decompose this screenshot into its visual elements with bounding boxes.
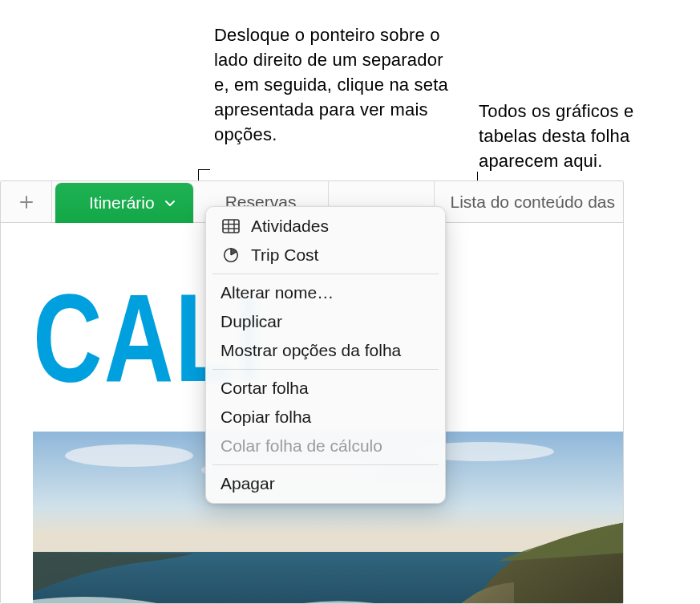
sheet-contents-list-label: Lista do conteúdo das bbox=[451, 193, 616, 212]
menu-item-label: Atividades bbox=[251, 217, 329, 236]
plus-icon bbox=[19, 195, 34, 209]
menu-item[interactable]: Mostrar opções da folha bbox=[206, 336, 445, 365]
menu-item-label: Colar folha de cálculo bbox=[221, 436, 382, 456]
sheet-tab-label: Itinerário bbox=[89, 193, 155, 213]
menu-item-label: Duplicar bbox=[221, 312, 282, 331]
menu-item[interactable]: Cortar folha bbox=[206, 374, 445, 403]
menu-item[interactable]: Trip Cost bbox=[206, 241, 445, 270]
svg-point-1 bbox=[65, 444, 193, 467]
menu-item[interactable]: Alterar nome… bbox=[206, 278, 445, 307]
callout-sheet-contents: Todos os gráficos e tabelas desta folha … bbox=[479, 99, 679, 173]
menu-separator bbox=[212, 274, 439, 274]
menu-item-label: Trip Cost bbox=[251, 245, 318, 265]
menu-item-label: Mostrar opções da folha bbox=[221, 341, 401, 360]
chevron-down-icon[interactable] bbox=[164, 197, 176, 209]
sheet-tab-active[interactable]: Itinerário bbox=[55, 183, 193, 223]
leader-line bbox=[198, 169, 210, 170]
menu-item[interactable]: Duplicar bbox=[206, 307, 445, 336]
pie-icon bbox=[221, 246, 241, 264]
menu-item[interactable]: Apagar bbox=[206, 469, 445, 498]
add-sheet-button[interactable] bbox=[1, 181, 52, 222]
menu-item-label: Alterar nome… bbox=[221, 283, 334, 302]
sheet-contents-list-button[interactable]: Lista do conteúdo das bbox=[434, 181, 624, 222]
svg-rect-8 bbox=[223, 220, 239, 233]
menu-item-label: Apagar bbox=[221, 474, 275, 493]
menu-separator bbox=[212, 369, 439, 370]
table-icon bbox=[221, 217, 241, 235]
menu-separator bbox=[212, 464, 439, 465]
sheet-tab-context-menu: AtividadesTrip CostAlterar nome…Duplicar… bbox=[205, 206, 446, 504]
menu-item: Colar folha de cálculo bbox=[206, 432, 445, 460]
menu-item-label: Cortar folha bbox=[221, 379, 309, 398]
menu-item-label: Copiar folha bbox=[221, 407, 311, 427]
menu-item[interactable]: Atividades bbox=[206, 212, 445, 241]
callout-tab-arrow: Desloque o ponteiro sobre o lado direito… bbox=[214, 22, 455, 147]
menu-item[interactable]: Copiar folha bbox=[206, 403, 445, 432]
